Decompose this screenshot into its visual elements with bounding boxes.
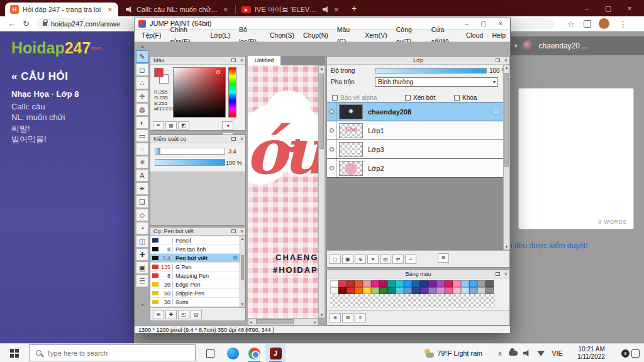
- palette-swatch[interactable]: [461, 280, 469, 287]
- layer-settings-icon[interactable]: ⚙: [492, 107, 499, 116]
- start-button[interactable]: [0, 344, 29, 362]
- panel-tool[interactable]: ▣: [136, 261, 148, 274]
- brush-row[interactable]: 8 Mapping Pen: [150, 272, 240, 280]
- scrollbar-thumb[interactable]: [504, 73, 509, 167]
- weather-widget[interactable]: 79°F Light rain: [415, 344, 492, 362]
- menu-item[interactable]: Chọn(S): [265, 30, 299, 41]
- palette-swatch[interactable]: [428, 287, 436, 294]
- palette-swatch[interactable]: [445, 280, 453, 287]
- tool-scroll-down-icon[interactable]: ▾: [136, 302, 149, 307]
- palette-swatch[interactable]: [461, 287, 469, 294]
- color-panel-header[interactable]: Màu ×: [150, 57, 245, 65]
- palette-swatch[interactable]: [404, 280, 412, 287]
- layer-visibility[interactable]: [327, 159, 336, 177]
- eraser-tool[interactable]: ◻: [136, 63, 148, 76]
- palette-grid-button[interactable]: ▦: [165, 121, 177, 129]
- float-panel-icon[interactable]: [231, 137, 236, 141]
- palette-swatch[interactable]: [387, 280, 396, 287]
- checkbox-icon[interactable]: [332, 95, 338, 101]
- brush-control-header[interactable]: Kiểm soát cọ ×: [150, 135, 245, 143]
- scroll-right-icon[interactable]: ▸: [314, 320, 316, 325]
- palette-swatch[interactable]: [396, 280, 404, 287]
- palette-swatch[interactable]: [453, 287, 461, 294]
- user-menu[interactable]: ▾ chaenday20 ...: [511, 36, 644, 55]
- slider-mode-button[interactable]: ◩: [178, 121, 189, 129]
- delete-color-button[interactable]: ⊠: [342, 313, 353, 322]
- menu-item[interactable]: Cloud: [462, 30, 487, 41]
- palette-swatch[interactable]: [347, 280, 355, 287]
- taskbar-clock[interactable]: 10:21 AM 1/11/2022: [569, 344, 614, 362]
- scroll-up-icon[interactable]: ▴: [319, 66, 325, 71]
- palette-swatch[interactable]: [436, 287, 445, 294]
- palette-swatch[interactable]: [338, 280, 347, 287]
- alpha-protect-checkbox[interactable]: Bảo vệ alpha: [332, 91, 377, 102]
- layer-order-button[interactable]: ≡: [405, 255, 416, 264]
- scroll-down-icon[interactable]: ▾: [319, 312, 325, 317]
- layer-opacity-slider[interactable]: [375, 68, 487, 74]
- palette-swatch[interactable]: [338, 287, 347, 294]
- tab-close-icon[interactable]: ×: [223, 6, 229, 13]
- palette-swatch[interactable]: [477, 280, 486, 287]
- palette-swatch[interactable]: [330, 287, 338, 294]
- brush-row[interactable]: 20 Edge Pen: [150, 280, 240, 289]
- scroll-up-icon[interactable]: ▴: [240, 236, 245, 241]
- task-view-button[interactable]: [200, 344, 220, 362]
- scroll-left-icon[interactable]: ◂: [250, 320, 252, 325]
- duplicate-layer-button[interactable]: ▣: [342, 255, 353, 264]
- brush-size-slider[interactable]: [155, 148, 225, 155]
- palette-swatch[interactable]: [363, 287, 371, 294]
- palette-swatch[interactable]: [355, 280, 363, 287]
- tray-chevron-icon[interactable]: ∧: [494, 344, 506, 362]
- brush-menu-button[interactable]: ▤: [191, 310, 202, 319]
- text-tool[interactable]: A: [136, 169, 148, 182]
- magic-wand-tool[interactable]: ✳: [136, 156, 148, 168]
- checkbox-icon[interactable]: [405, 95, 411, 101]
- taskbar-app-jump-paint[interactable]: J: [265, 344, 286, 362]
- layer-mask-button[interactable]: ▤: [380, 255, 391, 264]
- palette-swatch[interactable]: [371, 287, 379, 294]
- curve-tool[interactable]: ◔: [136, 222, 148, 234]
- window-close-button[interactable]: ×: [620, 2, 639, 14]
- saturation-value-picker[interactable]: [173, 67, 226, 118]
- add-brush-button[interactable]: ⊞: [153, 310, 164, 319]
- lasso-tool[interactable]: ◌: [136, 143, 148, 155]
- hoidap-logo[interactable]: Hoidap247com: [11, 39, 101, 57]
- frame-tool[interactable]: ◫: [136, 235, 148, 248]
- brush-row-selected[interactable]: 3.4 Pen bút viết ⚙: [150, 254, 240, 263]
- extensions-icon[interactable]: [584, 20, 591, 28]
- document-tab[interactable]: Untitled: [248, 56, 280, 65]
- paint-maximize-button[interactable]: ▢: [475, 19, 492, 29]
- checkbox-icon[interactable]: [454, 95, 460, 101]
- paint-close-button[interactable]: ×: [492, 19, 509, 29]
- brush-opacity-slider[interactable]: [155, 159, 225, 166]
- tab-close-icon[interactable]: ×: [333, 6, 340, 13]
- merge-layer-button[interactable]: ⊕: [355, 255, 366, 264]
- menu-item[interactable]: Tệp(F): [137, 30, 166, 41]
- blend-mode-dropdown[interactable]: Bình thường ▾: [375, 77, 498, 87]
- layer-folder-button[interactable]: ▾: [367, 255, 379, 264]
- canvas-viewport[interactable]: ớu CHAENG #HOIDAP: [248, 65, 318, 318]
- language-indicator[interactable]: VIE: [548, 344, 566, 362]
- shape-tool[interactable]: ◇: [136, 209, 148, 221]
- brush-settings-icon[interactable]: ⚙: [233, 255, 238, 261]
- canvas-vertical-scrollbar[interactable]: ▴ ▾: [318, 65, 325, 318]
- palette-swatch[interactable]: [469, 287, 477, 294]
- eyedropper-button[interactable]: ✒: [153, 121, 164, 129]
- close-panel-icon[interactable]: ×: [240, 228, 243, 235]
- layer-row-selected[interactable]: chaenday208 ⚙: [327, 102, 503, 121]
- gradient-tool[interactable]: ◐: [136, 116, 148, 129]
- brush-folder-button[interactable]: ◰: [178, 310, 189, 319]
- dot-tool[interactable]: ∴: [136, 77, 148, 89]
- palette-swatch[interactable]: [412, 287, 420, 294]
- scroll-up-icon[interactable]: ▴: [504, 65, 509, 70]
- layer-visibility[interactable]: [327, 140, 336, 158]
- palette-swatch[interactable]: [371, 280, 379, 287]
- palette-swatch[interactable]: [453, 280, 461, 287]
- onedrive-icon[interactable]: [507, 344, 519, 362]
- brush-row[interactable]: 50 Stipple Pen: [150, 289, 240, 298]
- menu-tool[interactable]: ☰: [136, 275, 148, 287]
- volume-icon[interactable]: [521, 344, 533, 362]
- taskbar-search-input[interactable]: [47, 349, 160, 357]
- browser-menu-icon[interactable]: ⋮: [619, 19, 627, 29]
- layer-row[interactable]: Lớp3: [327, 140, 503, 159]
